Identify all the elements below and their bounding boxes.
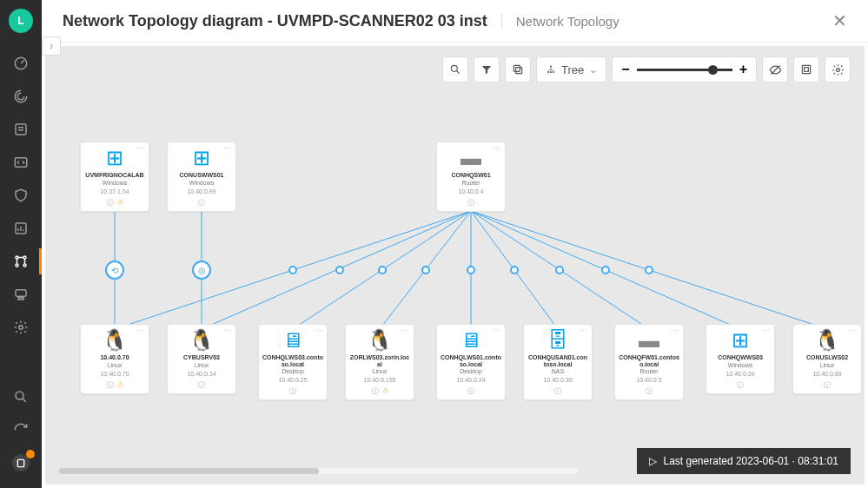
svg-point-27 bbox=[550, 66, 552, 68]
device-node[interactable]: ⋯🐧10.40.0.70Linux10.40.0.70ⓘ⚠ bbox=[80, 324, 149, 394]
layout-tree-dropdown[interactable]: Tree⌄ bbox=[536, 56, 606, 82]
zoom-slider[interactable]: −+ bbox=[612, 56, 757, 82]
nav-shield[interactable] bbox=[0, 179, 42, 212]
node-menu[interactable]: ⋯ bbox=[849, 326, 858, 335]
node-menu[interactable]: ⋯ bbox=[223, 326, 232, 335]
nav-code[interactable] bbox=[0, 146, 42, 179]
node-menu[interactable]: ⋯ bbox=[136, 144, 145, 153]
device-node[interactable]: ⋯🖥CONHQLWS01.contoso.localDesktop10.40.0… bbox=[436, 324, 506, 400]
svg-point-10 bbox=[23, 256, 26, 259]
node-menu[interactable]: ⋯ bbox=[401, 326, 410, 335]
device-node[interactable]: ⋯🐧ZORLWS03.zorin.localLinux10.40.0.150ⓘ⚠ bbox=[345, 324, 414, 400]
svg-point-19 bbox=[16, 392, 23, 399]
nav-list[interactable] bbox=[0, 113, 42, 146]
device-node[interactable]: ⋯⊞CONUSWWS01Windows10.40.0.99ⓘ bbox=[167, 142, 236, 212]
link-marker bbox=[421, 266, 430, 274]
svg-point-34 bbox=[836, 68, 839, 71]
device-node[interactable]: ⋯⊞UVMFRIGNOCALABWindows10.37.1.54ⓘ⚠ bbox=[80, 142, 149, 212]
horizontal-scrollbar[interactable] bbox=[59, 468, 578, 474]
page-title: Network Topology diagram - UVMPD-SCANNER… bbox=[63, 12, 487, 30]
svg-rect-32 bbox=[802, 65, 810, 73]
svg-rect-25 bbox=[516, 68, 522, 74]
node-menu[interactable]: ⋯ bbox=[493, 144, 501, 153]
svg-point-23 bbox=[451, 65, 457, 71]
nav-radar[interactable] bbox=[0, 80, 42, 113]
link-marker bbox=[555, 266, 564, 274]
device-node[interactable]: ⋯▬CONHQFW01.contoso.localRouter10.40.0.5… bbox=[614, 324, 684, 400]
search-button[interactable] bbox=[442, 56, 468, 82]
device-node[interactable]: ⋯🗄CONHQUSAN01.contoso.localNAS10.40.0.30… bbox=[523, 324, 593, 400]
filter-button[interactable] bbox=[474, 56, 500, 82]
svg-point-18 bbox=[19, 326, 23, 330]
fullscreen-button[interactable] bbox=[793, 56, 819, 82]
visibility-toggle[interactable] bbox=[762, 56, 788, 82]
settings-button[interactable] bbox=[825, 56, 851, 82]
topology-edges bbox=[45, 46, 865, 485]
device-node[interactable]: ⋯🐧CYBUSRV03Linux10.40.0.34ⓘ bbox=[167, 324, 236, 394]
user-avatar[interactable]: L bbox=[9, 9, 33, 33]
nav-settings[interactable] bbox=[0, 311, 42, 344]
link-marker bbox=[378, 266, 387, 274]
svg-point-12 bbox=[23, 264, 26, 267]
svg-rect-16 bbox=[16, 290, 26, 297]
link-marker bbox=[467, 266, 475, 274]
nav-refresh[interactable] bbox=[0, 413, 42, 446]
nav-report[interactable] bbox=[0, 212, 42, 245]
node-menu[interactable]: ⋯ bbox=[671, 326, 679, 335]
device-node[interactable]: ⋯🖥CONHQLWS03.contoso.localDesktop10.40.0… bbox=[258, 324, 328, 400]
device-node[interactable]: ⋯▬CONHQSW01Router10.40.0.4ⓘ bbox=[436, 142, 506, 212]
status-bar: ▷ Last generated 2023-06-01 · 08:31:01 bbox=[637, 448, 851, 474]
copy-button[interactable] bbox=[505, 56, 531, 82]
nav-search[interactable] bbox=[0, 380, 42, 413]
link-marker bbox=[510, 266, 519, 274]
device-node[interactable]: ⋯🐧CONUSLWS02Linux10.40.0.88ⓘ bbox=[792, 324, 862, 394]
device-node[interactable]: ⋯⊞CONHQWWS03Windows10.40.0.26ⓘ bbox=[706, 324, 775, 394]
play-icon: ▷ bbox=[649, 455, 657, 467]
link-marker bbox=[601, 266, 610, 274]
nav-assets[interactable] bbox=[0, 278, 42, 311]
node-menu[interactable]: ⋯ bbox=[223, 144, 232, 153]
svg-line-20 bbox=[23, 399, 26, 402]
svg-point-9 bbox=[16, 256, 18, 259]
link-marker bbox=[288, 266, 297, 274]
nav-topology[interactable] bbox=[0, 245, 42, 278]
link-marker-icon[interactable]: ⟲ bbox=[105, 260, 124, 280]
nav-dashboard[interactable] bbox=[0, 47, 42, 80]
topology-canvas[interactable]: Tree⌄ −+ ⟲ ◎ bbox=[45, 46, 865, 485]
svg-point-29 bbox=[550, 71, 552, 73]
svg-rect-26 bbox=[514, 65, 520, 71]
svg-point-11 bbox=[16, 264, 18, 267]
link-marker bbox=[645, 266, 653, 274]
close-button[interactable]: ✕ bbox=[832, 10, 847, 31]
svg-line-24 bbox=[457, 70, 460, 73]
node-menu[interactable]: ⋯ bbox=[762, 326, 771, 335]
node-menu[interactable]: ⋯ bbox=[493, 326, 501, 335]
node-menu[interactable]: ⋯ bbox=[315, 326, 323, 335]
link-marker-icon[interactable]: ◎ bbox=[192, 260, 211, 280]
svg-point-28 bbox=[547, 71, 549, 73]
node-menu[interactable]: ⋯ bbox=[580, 326, 588, 335]
svg-rect-17 bbox=[18, 298, 23, 300]
panel-expand-button[interactable]: › bbox=[42, 36, 61, 56]
link-marker bbox=[335, 266, 344, 274]
node-menu[interactable]: ⋯ bbox=[136, 326, 145, 335]
svg-rect-33 bbox=[805, 68, 809, 72]
breadcrumb: Network Topology bbox=[501, 14, 620, 29]
svg-point-30 bbox=[553, 71, 554, 73]
nav-clipboard[interactable] bbox=[0, 446, 42, 479]
